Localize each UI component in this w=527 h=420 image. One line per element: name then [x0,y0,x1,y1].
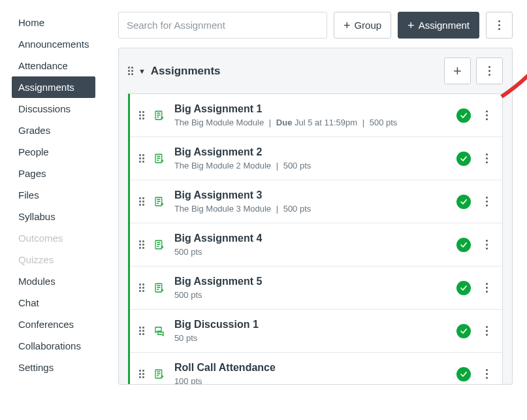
sidebar-item-pages[interactable]: Pages [12,163,106,184]
published-status-icon[interactable] [456,152,471,166]
assignment-title[interactable]: Roll Call Attendance [174,362,447,374]
kebab-icon [486,153,488,163]
assignment-row: Big Assignment 3The Big Module 3 Module … [130,180,502,223]
assignment-row: Big Assignment 1The Big Module Module | … [130,94,502,137]
assignments-scroll[interactable]: Big Assignment 1The Big Module Module | … [119,93,512,384]
group-title: Assignments [151,65,221,78]
drag-handle-icon[interactable] [128,67,133,75]
due-label: Due Jul 5 at 11:59pm [276,118,357,127]
assignment-meta: 500 pts [174,247,447,257]
assignment-meta: The Big Module Module | Due Jul 5 at 11:… [174,118,447,127]
published-status-icon[interactable] [456,281,471,295]
kebab-icon [486,283,488,293]
points-label: 500 pts [174,247,202,257]
assignment-title[interactable]: Big Assignment 3 [174,189,447,201]
group-overflow-menu[interactable] [476,57,503,84]
assignment-body: Big Assignment 4500 pts [174,233,447,257]
sidebar-item-syllabus[interactable]: Syllabus [12,206,106,227]
points-label: 50 pts [174,333,197,343]
assignment-icon [153,109,165,122]
group-toggle[interactable]: ▼ Assignments [128,65,438,78]
sidebar-item-conferences[interactable]: Conferences [12,314,106,335]
assignment-body: Big Discussion 150 pts [174,319,447,343]
sidebar-item-quizzes[interactable]: Quizzes [12,249,106,270]
points-label: 500 pts [370,118,398,127]
assignment-body: Roll Call Attendance100 pts [174,362,447,384]
assignment-title[interactable]: Big Discussion 1 [174,319,447,331]
assignment-body: Big Assignment 5500 pts [174,276,447,300]
assignment-icon [153,152,165,165]
assignment-row: Big Discussion 150 pts [130,310,502,353]
assignment-row: Roll Call Attendance100 pts [130,353,502,384]
row-overflow-menu[interactable] [480,369,493,379]
assignment-icon [153,238,165,251]
row-overflow-menu[interactable] [480,153,493,163]
plus-icon: + [343,20,351,31]
assignment-icon [153,195,165,208]
kebab-icon [486,110,488,120]
published-status-icon[interactable] [456,324,471,338]
caret-down-icon: ▼ [138,67,146,75]
assignment-icon [153,368,165,381]
drag-handle-icon[interactable] [139,154,144,163]
assignment-title[interactable]: Big Assignment 2 [174,146,447,158]
sidebar-item-grades[interactable]: Grades [12,120,106,141]
assignment-icon [153,282,165,295]
sidebar-item-files[interactable]: Files [12,184,106,206]
drag-handle-icon[interactable] [139,327,144,335]
plus-icon: + [453,63,462,80]
drag-handle-icon[interactable] [139,197,144,206]
row-overflow-menu[interactable] [480,110,493,120]
add-assignment-label: Assignment [419,20,470,31]
assignments-group-header: ▼ Assignments + [119,48,512,93]
sidebar-item-discussions[interactable]: Discussions [12,98,106,120]
row-overflow-menu[interactable] [480,197,493,206]
row-overflow-menu[interactable] [480,283,493,293]
add-assignment-button[interactable]: + Assignment [398,12,479,39]
sidebar-item-chat[interactable]: Chat [12,292,106,314]
published-status-icon[interactable] [456,195,471,209]
assignment-body: Big Assignment 2The Big Module 2 Module … [174,146,447,170]
assignment-meta: The Big Module 3 Module | 500 pts [174,204,447,214]
published-status-icon[interactable] [456,367,471,381]
assignment-meta: 100 pts [174,376,447,384]
toolbar-overflow-menu[interactable] [486,12,513,39]
sidebar-item-announcements[interactable]: Announcements [12,33,106,55]
drag-handle-icon[interactable] [139,283,144,292]
sidebar-item-people[interactable]: People [12,141,106,163]
module-label: The Big Module 2 Module [174,161,271,170]
toolbar: + Group + Assignment [118,12,513,39]
sidebar-item-outcomes[interactable]: Outcomes [12,227,106,249]
sidebar-item-attendance[interactable]: Attendance [12,55,106,76]
sidebar-item-assignments[interactable]: Assignments [12,76,95,98]
assignment-title[interactable]: Big Assignment 1 [174,103,447,115]
assignment-title[interactable]: Big Assignment 4 [174,233,447,244]
kebab-icon [486,240,488,250]
published-status-icon[interactable] [456,108,471,123]
kebab-icon [486,197,488,206]
assignment-row: Big Assignment 2The Big Module 2 Module … [130,137,502,180]
assignment-meta: 500 pts [174,290,447,300]
search-box [118,12,327,39]
row-overflow-menu[interactable] [480,240,493,250]
group-header-actions: + [444,57,503,84]
add-group-button[interactable]: + Group [334,12,391,39]
drag-handle-icon[interactable] [139,370,144,378]
search-input[interactable] [118,12,327,39]
drag-handle-icon[interactable] [139,111,144,120]
row-overflow-menu[interactable] [480,326,493,336]
sidebar-item-home[interactable]: Home [12,12,106,33]
sidebar-item-collaborations[interactable]: Collaborations [12,335,106,357]
published-status-icon[interactable] [456,238,471,252]
module-label: The Big Module 3 Module [174,204,271,214]
kebab-icon [498,20,500,30]
drag-handle-icon[interactable] [139,240,144,249]
points-label: 500 pts [283,161,311,170]
add-group-label: Group [354,20,381,31]
sidebar-item-modules[interactable]: Modules [12,270,106,292]
assignment-body: Big Assignment 3The Big Module 3 Module … [174,189,447,214]
assignment-title[interactable]: Big Assignment 5 [174,276,447,287]
add-to-group-button[interactable]: + [444,57,471,84]
points-label: 500 pts [283,204,311,214]
sidebar-item-settings[interactable]: Settings [12,357,106,378]
